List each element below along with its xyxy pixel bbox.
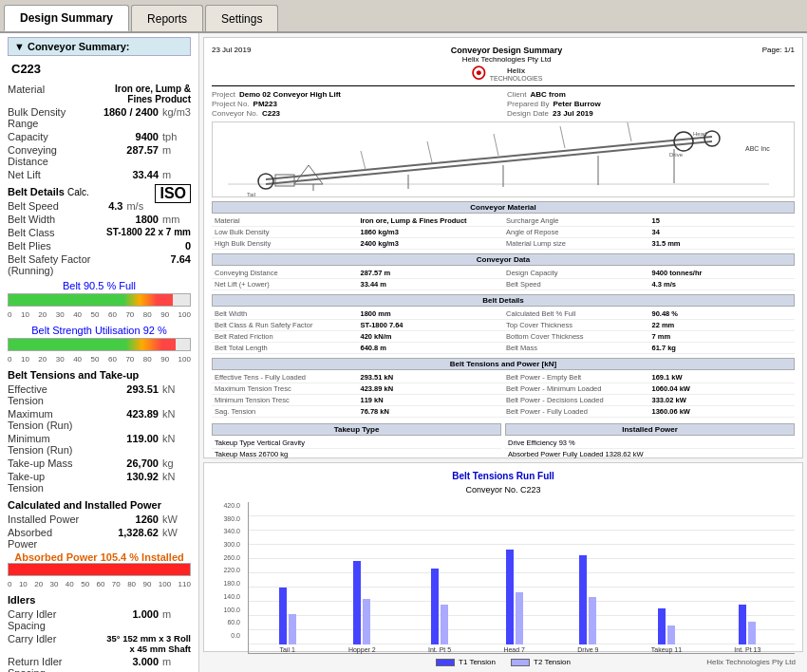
belt-class-row: Belt Class ST-1800 22 x 7 mm — [8, 227, 191, 238]
tab-design-summary[interactable]: Design Summary — [4, 5, 129, 31]
tensions-title: Belt Tensions and Take-up — [8, 369, 191, 381]
svg-text:ABC Inc: ABC Inc — [745, 145, 770, 152]
belt-full-label: Belt 90.5 % Full — [8, 280, 191, 291]
project-row: Project Demo 02 Conveyor High Lift — [212, 90, 499, 99]
absorbed-power-scale: 0102030405060708090100110 — [8, 580, 191, 588]
bar-t2-head — [516, 592, 523, 644]
conveying-dist-row: Conveying Distance 287.57 m — [8, 144, 191, 167]
min-tension-row: Minimum Tension (Run) 119.00 kN — [8, 433, 191, 456]
right-panel: 23 Jul 2019 Conveyor Design Summary Heli… — [199, 33, 807, 672]
bar-t2-takeup — [667, 625, 675, 644]
svg-line-10 — [494, 134, 498, 156]
chart-area: Belt Tensions Run Full Conveyor No. C223… — [203, 462, 803, 652]
svg-line-9 — [427, 141, 432, 162]
conveyor-id: C223 — [8, 60, 191, 84]
bar-group-drive: Drive 9 — [577, 502, 598, 653]
installed-power-row: Installed Power 1260 kW — [8, 513, 191, 525]
belt-details-table: Belt Width 1800 mm Calculated Belt % Ful… — [212, 308, 795, 354]
bar-label-takeup: Takeup 11 — [651, 646, 682, 653]
svg-line-2 — [266, 141, 712, 184]
bar-t2-intpt13 — [748, 622, 756, 644]
bar-t1-tail — [279, 588, 287, 644]
report-page: 23 Jul 2019 Conveyor Design Summary Heli… — [203, 37, 803, 458]
carry-idler-row: Carry Idler 35° 152 mm x 3 Roll x 45 mm … — [8, 633, 191, 654]
svg-point-3 — [258, 174, 273, 189]
bar-t2-hopper — [363, 599, 370, 644]
conveyor-summary-header: ▼ Conveyor Summary: — [8, 37, 191, 56]
belt-details-title: Belt Details ISO Calc. — [8, 186, 191, 197]
belt-strength-scale: 0102030405060708090100 — [8, 355, 191, 364]
report-meta: Project Demo 02 Conveyor High Lift Clien… — [212, 90, 795, 118]
bar-t1-intpt13 — [739, 605, 746, 644]
bar-t2-tail — [289, 614, 296, 644]
bar-group-intpt5: Int. Pt 5 — [428, 502, 451, 653]
report-company: Helix Technologies Pty Ltd — [451, 55, 563, 64]
client-row: Client ABC from — [507, 90, 795, 99]
carry-idler-spacing-row: Carry Idler Spacing 1.000 m — [8, 608, 191, 631]
belt-strength-progress — [8, 338, 191, 351]
helix-spiral-icon: ⦿ — [471, 65, 486, 83]
absorbed-pct-label: Absorbed Power 105.4 % Installed — [8, 551, 191, 563]
bar-group-takeup: Takeup 11 — [651, 502, 682, 653]
bar-t1-hopper — [353, 561, 361, 644]
bar-label-hopper: Hopper 2 — [348, 646, 376, 653]
belt-plies-row: Belt Plies 0 — [8, 240, 191, 252]
conveyor-drawing: Tail Head Drive ABC Inc — [212, 121, 795, 197]
belt-full-progress — [8, 293, 191, 307]
svg-text:Head: Head — [693, 131, 706, 137]
idlers-title: Idlers — [8, 594, 191, 606]
tab-settings[interactable]: Settings — [205, 5, 278, 31]
svg-text:Drive: Drive — [669, 152, 684, 158]
bar-t2-drive — [589, 597, 596, 644]
power-title: Calculated and Installed Power — [8, 499, 191, 511]
max-tension-row: Maximum Tension (Run) 423.89 kN — [8, 408, 191, 431]
bar-label-drive: Drive 9 — [577, 646, 598, 653]
belt-full-scale: 0102030405060708090100 — [8, 310, 191, 319]
belt-width-row: Belt Width 1800 mm — [8, 214, 191, 225]
report-page-num: Page: 1/1 — [762, 46, 795, 83]
tab-reports[interactable]: Reports — [131, 5, 203, 31]
belt-details-section: Belt Details — [212, 294, 795, 307]
capacity-row: Capacity 9400 tph — [8, 131, 191, 142]
absorbed-power-progress — [8, 563, 191, 576]
belt-safety-row: Belt Safety Factor (Running) 7.64 — [8, 253, 191, 276]
svg-text:Tail: Tail — [247, 192, 255, 197]
bar-t1-intpt5 — [431, 569, 439, 644]
belt-strength-label: Belt Strength Utilisation 92 % — [8, 325, 191, 336]
conveyor-data-section: Conveyor Data — [212, 253, 795, 266]
report-date: 23 Jul 2019 — [212, 46, 251, 83]
svg-line-11 — [560, 126, 565, 148]
chart-subtitle: Conveyor No. C223 — [212, 485, 795, 495]
bar-label-head: Head 7 — [503, 646, 525, 653]
bar-t2-intpt5 — [441, 605, 448, 644]
bar-group-intpt13: Int. Pt 13 — [734, 502, 760, 653]
bar-group-tail: Tail 1 — [279, 502, 296, 653]
chart-title: Belt Tensions Run Full — [212, 471, 795, 481]
net-lift-row: Net Lift 33.44 m — [8, 169, 191, 180]
chart-bars-area: Tail 1 Hopper 2 — [248, 502, 795, 654]
tab-bar: Design Summary Reports Settings — [0, 0, 807, 33]
project-no-row: Project No. PM223 — [212, 100, 499, 108]
bar-t1-head — [506, 550, 514, 644]
footer: Helix Technologies Pty Ltd — [203, 656, 803, 668]
conveyor-no-row: Conveyor No. C223 — [212, 109, 499, 118]
bar-group-head: Head 7 — [503, 502, 525, 653]
report-title: Conveyor Design Summary — [451, 46, 563, 55]
material-row: Material Iron ore, Lump & Fines Product — [8, 84, 191, 104]
conveyor-data-table: Conveying Distance 287.57 m Design Capac… — [212, 268, 795, 290]
svg-line-8 — [361, 151, 366, 170]
chart-y-axis: 420.0 380.0 340.0 300.0 260.0 220.0 180.… — [212, 502, 240, 654]
svg-line-1 — [266, 137, 712, 179]
bar-label-intpt5: Int. Pt 5 — [428, 646, 451, 653]
report-header: 23 Jul 2019 Conveyor Design Summary Heli… — [212, 46, 795, 86]
prepared-row: Prepared By Peter Burrow — [507, 100, 795, 108]
svg-point-4 — [704, 131, 720, 146]
return-idler-spacing-row: Return Idler Spacing 3.000 m — [8, 656, 191, 672]
bar-t1-takeup — [658, 608, 666, 644]
svg-line-12 — [627, 122, 631, 141]
bar-label-intpt13: Int. Pt 13 — [734, 646, 760, 653]
svg-point-5 — [674, 132, 693, 151]
bar-t1-drive — [579, 555, 587, 644]
belt-speed-row: Belt Speed 4.3 m/s — [8, 200, 155, 212]
main-content: ▼ Conveyor Summary: C223 Material Iron o… — [0, 33, 807, 672]
